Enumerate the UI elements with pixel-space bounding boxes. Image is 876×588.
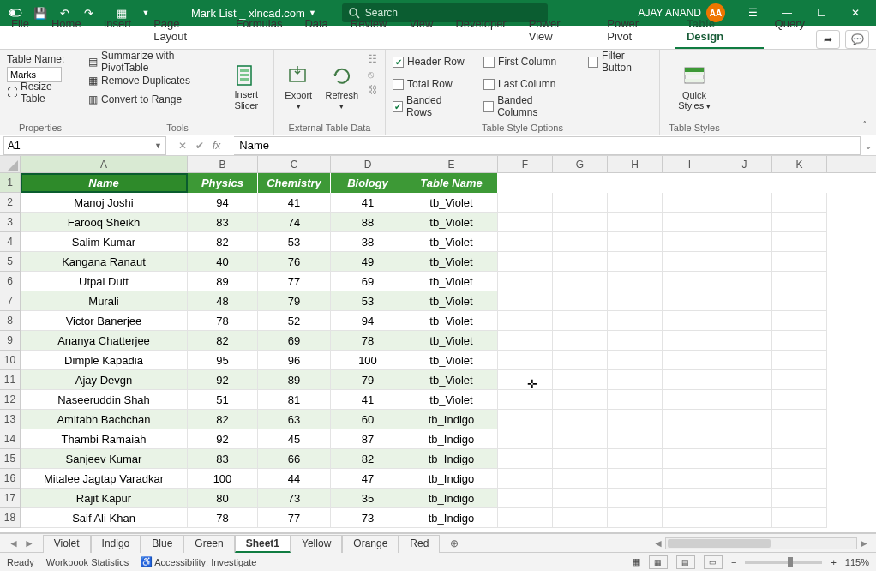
column-header-J[interactable]: J [717, 156, 772, 172]
empty-cell[interactable] [772, 489, 827, 508]
empty-cell[interactable] [717, 252, 772, 272]
empty-cell[interactable] [498, 232, 553, 252]
table-cell[interactable]: 66 [258, 449, 331, 469]
tab-formulas[interactable]: Formulas [225, 12, 293, 49]
table-cell[interactable]: 96 [258, 351, 331, 370]
table-cell[interactable]: tb_Violet [405, 370, 498, 390]
empty-cell[interactable] [498, 390, 553, 410]
empty-cell[interactable] [553, 193, 608, 213]
empty-cell[interactable] [772, 331, 827, 351]
table-cell[interactable]: Ajay Devgn [21, 370, 188, 390]
table-cell[interactable]: Utpal Dutt [21, 272, 188, 291]
row-header-6[interactable]: 6 [0, 272, 21, 291]
table-cell[interactable]: 78 [188, 311, 258, 331]
row-header-8[interactable]: 8 [0, 311, 21, 331]
empty-cell[interactable] [608, 193, 663, 213]
column-header-B[interactable]: B [188, 156, 258, 172]
table-cell[interactable]: 78 [188, 508, 258, 528]
zoom-out-button[interactable]: − [731, 557, 736, 567]
empty-cell[interactable] [498, 291, 553, 311]
empty-cell[interactable] [772, 429, 827, 449]
empty-cell[interactable] [608, 272, 663, 291]
empty-cell[interactable] [498, 213, 553, 232]
table-cell[interactable]: 89 [188, 272, 258, 291]
unlink-icon[interactable]: ⛓ [368, 84, 378, 96]
table-cell[interactable]: Victor Banerjee [21, 311, 188, 331]
resize-table-button[interactable]: ⛶ Resize Table [7, 84, 74, 101]
row-header-18[interactable]: 18 [0, 508, 21, 528]
empty-cell[interactable] [663, 252, 717, 272]
table-cell[interactable]: 83 [188, 213, 258, 232]
table-cell[interactable]: 74 [258, 213, 331, 232]
empty-cell[interactable] [772, 272, 827, 291]
empty-cell[interactable] [663, 351, 717, 370]
table-cell[interactable]: 87 [331, 429, 405, 449]
page-layout-view-button[interactable]: ▤ [676, 555, 695, 569]
table-cell[interactable]: 41 [331, 193, 405, 213]
empty-cell[interactable] [553, 410, 608, 429]
empty-cell[interactable] [498, 449, 553, 469]
table-cell[interactable]: tb_Violet [405, 213, 498, 232]
quick-styles-button[interactable]: Quick Styles ▾ [673, 53, 716, 121]
table-cell[interactable]: 82 [188, 410, 258, 429]
table-cell[interactable]: Dimple Kapadia [21, 351, 188, 370]
workbook-statistics-button[interactable]: Workbook Statistics [46, 557, 129, 567]
column-header-K[interactable]: K [772, 156, 827, 172]
table-cell[interactable]: 38 [331, 232, 405, 252]
table-header-cell[interactable]: Chemistry [258, 173, 331, 193]
empty-cell[interactable] [663, 410, 717, 429]
table-cell[interactable]: 48 [188, 291, 258, 311]
sheet-tab-sheet1[interactable]: Sheet1 [235, 535, 291, 553]
table-cell[interactable]: 94 [188, 193, 258, 213]
open-browser-icon[interactable]: ⎋ [368, 69, 378, 81]
tab-query[interactable]: Query [764, 12, 816, 49]
table-cell[interactable]: Amitabh Bachchan [21, 410, 188, 429]
table-cell[interactable]: 60 [331, 410, 405, 429]
properties-icon[interactable]: ☷ [368, 53, 378, 65]
formula-input[interactable]: Name [234, 136, 861, 155]
table-cell[interactable]: 82 [188, 331, 258, 351]
row-header-10[interactable]: 10 [0, 351, 21, 370]
table-cell[interactable]: tb_Violet [405, 252, 498, 272]
empty-cell[interactable] [608, 410, 663, 429]
empty-cell[interactable] [717, 213, 772, 232]
empty-cell[interactable] [498, 193, 553, 213]
empty-cell[interactable] [498, 252, 553, 272]
table-cell[interactable]: 82 [331, 449, 405, 469]
table-cell[interactable]: Farooq Sheikh [21, 213, 188, 232]
table-cell[interactable]: Thambi Ramaiah [21, 429, 188, 449]
empty-cell[interactable] [553, 508, 608, 528]
empty-cell[interactable] [608, 291, 663, 311]
table-cell[interactable]: 69 [331, 272, 405, 291]
empty-cell[interactable] [663, 390, 717, 410]
empty-cell[interactable] [663, 508, 717, 528]
comments-button[interactable]: 💬 [845, 30, 869, 49]
table-cell[interactable]: 40 [188, 252, 258, 272]
table-cell[interactable]: 100 [188, 469, 258, 489]
spreadsheet-grid[interactable]: ABCDEFGHIJK 1NamePhysicsChemistryBiology… [0, 156, 876, 533]
empty-cell[interactable] [663, 449, 717, 469]
table-header-cell[interactable]: Physics [188, 173, 258, 193]
tab-page-layout[interactable]: Page Layout [142, 12, 225, 49]
tab-power-pivot[interactable]: Power Pivot [596, 12, 675, 49]
empty-cell[interactable] [717, 351, 772, 370]
row-header-16[interactable]: 16 [0, 469, 21, 489]
remove-duplicates-button[interactable]: ▦Remove Duplicates [88, 72, 218, 89]
table-cell[interactable]: 92 [188, 429, 258, 449]
table-cell[interactable]: 35 [331, 489, 405, 508]
empty-cell[interactable] [663, 213, 717, 232]
name-box[interactable]: A1 ▼ [3, 136, 166, 155]
empty-cell[interactable] [553, 291, 608, 311]
hscroll-right-icon[interactable]: ► [859, 537, 869, 549]
column-header-E[interactable]: E [405, 156, 498, 172]
fx-icon[interactable]: fx [213, 140, 220, 152]
row-header-7[interactable]: 7 [0, 291, 21, 311]
empty-cell[interactable] [498, 469, 553, 489]
table-cell[interactable]: tb_Violet [405, 351, 498, 370]
tab-review[interactable]: Review [339, 12, 399, 49]
column-header-G[interactable]: G [553, 156, 608, 172]
empty-cell[interactable] [553, 449, 608, 469]
row-header-2[interactable]: 2 [0, 193, 21, 213]
export-button[interactable]: Export▾ [281, 53, 316, 121]
table-cell[interactable]: 63 [258, 410, 331, 429]
